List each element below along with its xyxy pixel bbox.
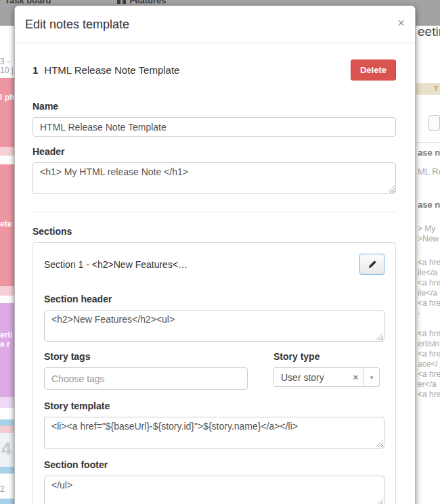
background-preview-text: > My >New (418, 224, 439, 244)
left-rail-number: 2 (0, 484, 5, 494)
section-footer-label: Section footer (44, 459, 384, 470)
template-heading-row: 1 HTML Release Note Template Delete (32, 60, 396, 81)
header-textarea[interactable]: <h1> My HTML release Note </h1> (32, 162, 396, 194)
background-value-fragment: ML Re (418, 166, 440, 177)
left-rail-number: 10 | (0, 66, 14, 75)
document-icon[interactable] (428, 115, 440, 131)
card-text-fragment: ete (0, 219, 14, 229)
delete-template-button[interactable]: Delete (351, 60, 396, 81)
section-header-group: Section header <h2>New Features</h2><ul> (44, 294, 384, 342)
card-text-fragment: erti e r (0, 330, 14, 349)
story-type-value: User story (274, 372, 347, 383)
kanban-card-pink-1[interactable]: l ph (0, 78, 14, 147)
background-label-fragment: ase no (418, 200, 440, 210)
background-preview-text: <a hre ile</a <a hre ile</a <a hre · <a … (418, 258, 440, 400)
chevron-down-icon: ▾ (370, 374, 374, 381)
story-template-textarea[interactable]: <li><a href="${baseUrl}-${story.id}">${s… (44, 417, 384, 449)
nav-features-label: Features (129, 0, 166, 5)
kanban-strip-blue (0, 467, 14, 474)
kanban-card-purple-footer (0, 397, 14, 408)
story-type-label: Story type (273, 351, 384, 362)
background-label-fragment: ase no (418, 147, 440, 158)
left-rail-number: 3 - (0, 57, 9, 66)
sections-label: Sections (32, 226, 396, 237)
clear-selection-icon[interactable]: × (347, 372, 364, 382)
background-tab-fragment: T (416, 83, 440, 95)
name-input[interactable] (32, 117, 396, 137)
dialog-title: Edit notes template (25, 18, 405, 32)
dropdown-arrow-box[interactable]: ▾ (364, 368, 379, 386)
edit-section-button[interactable] (359, 254, 384, 275)
header-field-group: Header <h1> My HTML release Note </h1> (32, 146, 396, 194)
story-tags-label: Story tags (44, 351, 248, 362)
template-title: HTML Release Note Template (44, 64, 179, 76)
dialog-body: 1 HTML Release Note Template Delete Name… (15, 60, 415, 504)
kanban-grid-icon (117, 0, 126, 4)
section-header-label: Section header (44, 294, 384, 304)
nav-task-board[interactable]: Task board (5, 0, 51, 5)
kanban-card-pink-2-footer (0, 286, 14, 296)
story-template-label: Story template (44, 400, 384, 411)
section-divider (32, 212, 396, 212)
section-footer-textarea[interactable]: </ul> (44, 476, 384, 504)
section-footer-group: Section footer </ul> (44, 459, 384, 504)
background-page-heading-fragment: eeting (418, 24, 440, 39)
kanban-strip-pink (0, 426, 14, 433)
tags-type-row: Story tags Story type User story × ▾ (44, 351, 384, 390)
card-count-watermark: 4 (1, 438, 14, 459)
section-summary: Section 1 - <h2>New Features<… (44, 259, 188, 270)
header-label: Header (32, 146, 396, 157)
section-summary-row: Section 1 - <h2>New Features<… (44, 254, 384, 275)
section-panel: Section 1 - <h2>New Features<… Section h… (32, 242, 396, 504)
sections-group: Sections (32, 226, 396, 237)
kanban-strip-blue (0, 499, 14, 504)
name-label: Name (32, 101, 396, 112)
dialog-header: Edit notes template × (15, 6, 415, 43)
story-type-select[interactable]: User story × ▾ (273, 367, 380, 387)
nav-features[interactable]: Features (117, 0, 166, 5)
close-icon[interactable]: × (397, 16, 405, 29)
nav-task-board-label: Task board (5, 0, 51, 5)
kanban-strip-blue (0, 419, 14, 426)
template-index: 1 (32, 64, 38, 76)
background-divider (416, 142, 440, 143)
story-tags-group: Story tags (44, 351, 248, 390)
kanban-card-pink-1-footer (0, 147, 14, 156)
section-header-textarea[interactable]: <h2>New Features</h2><ul> (44, 310, 384, 342)
kanban-card-pink-2[interactable]: ete (0, 164, 14, 286)
kanban-card-purple[interactable]: erti e r (0, 303, 14, 397)
edit-notes-template-dialog: Edit notes template × 1 HTML Release Not… (14, 5, 416, 504)
card-text-fragment: l ph (0, 93, 14, 102)
story-template-group: Story template <li><a href="${baseUrl}-$… (44, 400, 384, 449)
story-type-group: Story type User story × ▾ (273, 351, 384, 390)
kanban-card-pale[interactable]: 4 (0, 433, 14, 467)
story-tags-input[interactable] (44, 367, 248, 390)
name-field-group: Name (32, 101, 396, 137)
pencil-icon (368, 260, 377, 269)
